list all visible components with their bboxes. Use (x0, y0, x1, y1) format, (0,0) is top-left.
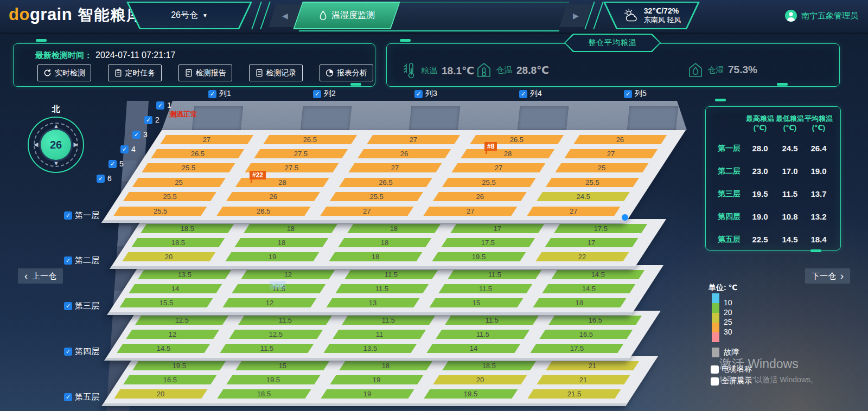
cable-bar[interactable]: 11.5 (448, 270, 541, 279)
checkbox[interactable]: ✓ (97, 175, 105, 183)
cable-bar[interactable]: 18 (244, 224, 337, 233)
cable-bar[interactable]: 27.5 (254, 149, 348, 158)
sensor-handle-dot[interactable] (622, 214, 628, 221)
cable-bar[interactable]: 25 (132, 178, 226, 187)
cable-bar[interactable]: 11.5 (445, 316, 539, 325)
cable-bar[interactable]: 19 (330, 375, 423, 384)
cable-bar[interactable]: 13.5 (323, 344, 417, 353)
checkbox[interactable]: ✓ (120, 145, 129, 153)
cable-bar[interactable]: 11.5 (342, 316, 435, 325)
cable-bar[interactable]: 18.5 (217, 389, 310, 399)
cable-bar[interactable]: 18 (338, 238, 431, 247)
cable-bar[interactable]: 17 (545, 238, 638, 247)
cable-bar[interactable]: 14 (426, 344, 520, 353)
cable-bar[interactable]: 11.5 (239, 316, 332, 325)
cable-bar[interactable]: 14.5 (542, 284, 635, 293)
cable-bar[interactable]: 16.5 (123, 375, 216, 384)
checkbox[interactable]: ✓ (414, 90, 423, 98)
cable-bar[interactable]: 25.5 (442, 178, 535, 187)
detection-button-报表分析[interactable]: 报表分析 (320, 65, 373, 81)
cable-bar[interactable]: 26.5 (339, 178, 432, 187)
cable-bar[interactable]: 26.5 (217, 207, 310, 216)
checkbox[interactable]: ✓ (313, 90, 321, 98)
cable-bar[interactable]: 12 (222, 298, 316, 307)
cable-bar[interactable]: 19 (225, 252, 318, 261)
cable-bar[interactable]: 25.5 (142, 163, 235, 172)
compass-down-arrow[interactable]: ▼ (53, 160, 59, 166)
cable-bar[interactable]: 12 (241, 270, 335, 279)
column-checkbox-列3[interactable]: ✓列3 (414, 89, 437, 99)
cable-bar[interactable]: 13 (326, 298, 419, 307)
cable-bar[interactable]: 25 (555, 163, 648, 172)
cable-bar[interactable]: 17.5 (554, 224, 647, 233)
cable-bar[interactable]: 27 (424, 207, 517, 216)
cable-bar[interactable]: 26 (358, 149, 451, 158)
layer-checkbox-第五层[interactable]: ✓第五层 (64, 392, 99, 402)
cable-bar[interactable]: 17 (451, 224, 544, 233)
cable-bar[interactable]: 22 (535, 252, 629, 261)
cable-bar[interactable]: 18 (235, 238, 328, 247)
checkbox[interactable]: ✓ (624, 90, 632, 98)
cable-bar[interactable]: 14.5 (551, 270, 644, 279)
checkbox[interactable]: ✓ (64, 348, 72, 356)
checkbox[interactable]: ✓ (64, 211, 72, 220)
detection-button-检测报告[interactable]: 检测报告 (178, 65, 232, 81)
cable-bar[interactable]: 25.5 (546, 178, 639, 187)
cable-bar[interactable]: 25.5 (114, 207, 207, 216)
option-checkbox-电缆名称[interactable]: 电缆名称 (711, 364, 752, 374)
cable-bar[interactable]: 11.5 (344, 270, 438, 279)
cable-bar[interactable]: 18 (339, 361, 432, 370)
cable-bar[interactable]: 27 (451, 163, 545, 172)
cable-bar[interactable]: 17.5 (530, 344, 623, 353)
cable-bar[interactable]: 12.5 (229, 330, 323, 339)
cable-bar[interactable]: 25.5 (330, 192, 423, 201)
cable-bar[interactable]: 15 (429, 298, 522, 307)
checkbox[interactable]: ✓ (64, 302, 72, 310)
checkbox[interactable] (711, 365, 719, 374)
cable-bar[interactable]: 20 (122, 252, 215, 261)
checkbox[interactable]: ✓ (132, 131, 141, 139)
cable-bar[interactable]: 16.5 (548, 316, 642, 325)
checkbox[interactable]: ✓ (64, 393, 72, 401)
cable-bar[interactable]: 27 (527, 207, 620, 216)
row-checkbox-4[interactable]: ✓4 (120, 145, 136, 153)
compass-left-arrow[interactable]: ◀ (34, 142, 38, 147)
cable-bar[interactable]: 20 (433, 375, 526, 384)
cable-bar[interactable]: 26 (226, 192, 320, 201)
cable-bar[interactable]: 11.5 (220, 344, 313, 353)
cable-bar[interactable]: 18 (329, 252, 422, 261)
cable-bar[interactable]: 16.5 (539, 330, 633, 339)
row-checkbox-1[interactable]: ✓1 (156, 101, 171, 110)
row-checkbox-5[interactable]: ✓5 (108, 159, 124, 168)
warehouse-selector[interactable]: 26号仓 ▼ (126, 2, 252, 29)
column-checkbox-列5[interactable]: ✓列5 (624, 89, 647, 99)
cable-bar[interactable]: 15 (236, 361, 329, 370)
cable-tag-#22[interactable]: #22 (250, 171, 266, 179)
prev-warehouse-button[interactable]: ‹ 上一仓 (18, 268, 63, 284)
tab-temperature-humidity[interactable]: 温湿度监测 (293, 2, 400, 29)
cable-bar[interactable]: 11.5 (335, 284, 429, 293)
cable-bar[interactable]: 18.5 (443, 361, 536, 370)
cable-bar[interactable]: 18 (533, 298, 626, 307)
cable-bar[interactable]: 14.5 (117, 344, 210, 353)
checkbox[interactable]: ✓ (108, 160, 117, 168)
cable-bar[interactable]: 26.5 (151, 149, 244, 158)
cable-bar[interactable]: 26 (573, 135, 667, 144)
cable-bar[interactable]: 19.5 (432, 252, 525, 261)
cable-bar[interactable]: 27 (320, 207, 413, 216)
cable-bar[interactable]: 12.5 (135, 316, 228, 325)
cable-bar[interactable]: 12 (126, 330, 219, 339)
column-checkbox-列4[interactable]: ✓列4 (519, 89, 542, 99)
cable-tag-#8[interactable]: #8 (484, 142, 497, 151)
checkbox[interactable]: ✓ (156, 101, 164, 110)
cable-bar[interactable]: 13.5 (138, 270, 231, 279)
detection-button-定时任务[interactable]: 定时任务 (108, 65, 162, 81)
cable-bar[interactable]: 21 (546, 361, 639, 370)
checkbox[interactable]: ✓ (519, 90, 527, 98)
cable-bar[interactable]: 11.5 (438, 284, 532, 293)
option-checkbox-全屏展示[interactable]: 全屏展示 (711, 376, 752, 386)
cable-bar[interactable]: 17.5 (441, 238, 534, 247)
cable-bar[interactable]: 14 (129, 284, 222, 293)
cable-bar[interactable]: 25.5 (123, 192, 216, 201)
cable-bar[interactable]: 11 (333, 330, 426, 339)
